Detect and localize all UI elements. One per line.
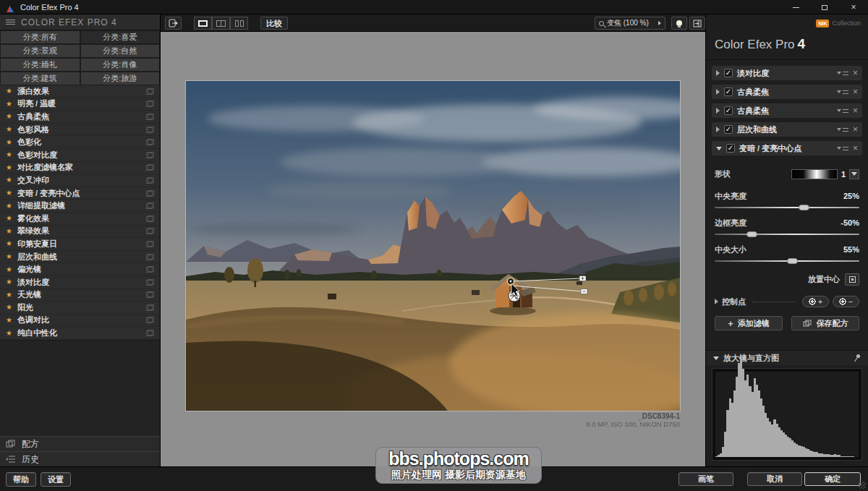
collapse-icon[interactable] xyxy=(716,147,722,150)
filter-list-item[interactable]: ★翠绿效果 xyxy=(0,226,160,239)
add-control-point-button[interactable]: + xyxy=(802,296,829,307)
favorite-star-icon[interactable]: ★ xyxy=(6,139,12,146)
filter-list-item[interactable]: ★偏光镜 xyxy=(0,263,160,276)
single-view-button[interactable] xyxy=(194,17,212,30)
filter-menu-icon[interactable] xyxy=(837,109,848,113)
applied-filter-row[interactable]: ✓变暗 / 变亮中心点× xyxy=(712,141,862,155)
remove-control-point-button[interactable]: − xyxy=(833,296,859,307)
zoom-control[interactable]: 变焦 (100 %) xyxy=(595,17,665,30)
favorite-star-icon[interactable]: ★ xyxy=(6,291,12,299)
filter-enabled-checkbox[interactable]: ✓ xyxy=(724,87,733,96)
favorite-star-icon[interactable]: ★ xyxy=(6,164,12,171)
library-header[interactable]: COLOR EFEX PRO 4 xyxy=(0,14,160,30)
favorite-star-icon[interactable]: ★ xyxy=(6,126,12,133)
control-points-expander[interactable] xyxy=(715,299,718,304)
filter-enabled-checkbox[interactable]: ✓ xyxy=(724,106,733,115)
applied-filter-row[interactable]: ✓淡对比度× xyxy=(712,66,862,80)
filter-list-item[interactable]: ★交叉冲印 xyxy=(0,174,160,187)
pin-icon[interactable] xyxy=(854,354,861,362)
chevron-down-icon[interactable] xyxy=(849,169,859,179)
save-recipe-button[interactable]: 保存配方 xyxy=(791,316,859,330)
category-tab[interactable]: 分类:喜爱 xyxy=(80,30,161,44)
category-tab[interactable]: 分类:旅游 xyxy=(80,72,161,85)
favorite-star-icon[interactable]: ★ xyxy=(6,151,12,158)
toggle-panels-button[interactable] xyxy=(689,17,705,30)
filter-list-item[interactable]: ★印第安夏日 xyxy=(0,238,160,251)
slider-thumb[interactable] xyxy=(799,205,809,210)
favorite-star-icon[interactable]: ★ xyxy=(6,215,12,222)
filter-list-item[interactable]: ★古典柔焦 xyxy=(0,111,160,124)
filter-list-item[interactable]: ★漂白效果 xyxy=(0,85,160,98)
history-row[interactable]: 历史 xyxy=(0,451,160,466)
add-filter-button[interactable]: + 添加滤镜 xyxy=(715,316,783,330)
filter-list-item[interactable]: ★变暗 / 变亮中心点 xyxy=(0,187,160,200)
minimize-button[interactable] xyxy=(781,0,810,14)
background-color-button[interactable] xyxy=(671,17,687,30)
filter-list-item[interactable]: ★雾化效果 xyxy=(0,213,160,226)
remove-filter-icon[interactable]: × xyxy=(853,69,858,77)
category-tab[interactable]: 分类:婚礼 xyxy=(0,58,80,72)
favorite-star-icon[interactable]: ★ xyxy=(6,317,12,324)
applied-filter-row[interactable]: ✓古典柔焦× xyxy=(712,85,862,99)
filter-menu-icon[interactable] xyxy=(837,147,848,150)
filter-list-item[interactable]: ★色彩化 xyxy=(0,136,160,149)
resize-grip[interactable] xyxy=(859,482,866,489)
category-tab[interactable]: 分类:自然 xyxy=(80,44,161,58)
favorite-star-icon[interactable]: ★ xyxy=(6,278,12,286)
expand-icon[interactable] xyxy=(716,70,720,76)
favorite-star-icon[interactable]: ★ xyxy=(6,176,12,184)
help-button[interactable]: 帮助 xyxy=(6,472,36,487)
shape-dropdown[interactable]: 1 xyxy=(791,169,859,179)
remove-filter-icon[interactable]: × xyxy=(853,125,858,134)
filter-list-item[interactable]: ★对比度滤镜名家 xyxy=(0,162,160,175)
side-by-side-view-button[interactable] xyxy=(230,17,248,30)
favorite-star-icon[interactable]: ★ xyxy=(6,101,12,108)
category-tab[interactable]: 分类:所有 xyxy=(0,30,80,44)
filter-menu-icon[interactable] xyxy=(837,72,848,75)
remove-filter-icon[interactable]: × xyxy=(853,87,858,96)
slider-thumb[interactable] xyxy=(746,231,757,237)
filter-list-item[interactable]: ★天光镜 xyxy=(0,289,160,302)
compare-button[interactable]: 比较 xyxy=(260,17,288,30)
filter-menu-icon[interactable] xyxy=(837,128,848,132)
favorite-star-icon[interactable]: ★ xyxy=(6,228,12,235)
remove-filter-icon[interactable]: × xyxy=(853,144,858,153)
filter-list-item[interactable]: ★阳光 xyxy=(0,302,160,315)
slider-thumb[interactable] xyxy=(787,258,798,264)
filter-list-item[interactable]: ★色彩风格 xyxy=(0,124,160,137)
filter-list-item[interactable]: ★纯白中性化 xyxy=(0,327,160,340)
slider-track[interactable] xyxy=(715,231,859,238)
photo-preview[interactable] xyxy=(186,81,680,411)
category-tab[interactable]: 分类:肖像 xyxy=(80,58,161,72)
favorite-star-icon[interactable]: ★ xyxy=(6,189,12,197)
expand-icon[interactable] xyxy=(716,89,720,95)
applied-filter-row[interactable]: ✓古典柔焦× xyxy=(712,103,862,118)
ok-button[interactable]: 确定 xyxy=(804,472,861,486)
filter-list-item[interactable]: ★色彩对比度 xyxy=(0,149,160,162)
favorite-star-icon[interactable]: ★ xyxy=(6,113,12,120)
filter-menu-icon[interactable] xyxy=(837,90,848,94)
filter-list-item[interactable]: ★详细提取滤镜 xyxy=(0,200,160,213)
favorite-star-icon[interactable]: ★ xyxy=(6,87,12,95)
split-view-button[interactable] xyxy=(212,17,230,30)
filter-enabled-checkbox[interactable]: ✓ xyxy=(726,144,735,153)
favorite-star-icon[interactable]: ★ xyxy=(6,304,12,311)
expand-icon[interactable] xyxy=(716,127,720,132)
filter-enabled-checkbox[interactable]: ✓ xyxy=(724,69,733,77)
loupe-histogram-header[interactable]: 放大镜与直方图 xyxy=(706,351,868,365)
expand-icon[interactable] xyxy=(716,108,720,114)
remove-filter-icon[interactable]: × xyxy=(853,106,858,115)
slider-track[interactable] xyxy=(715,204,859,211)
filter-enabled-checkbox[interactable]: ✓ xyxy=(724,125,733,134)
maximize-button[interactable] xyxy=(810,0,839,14)
favorite-star-icon[interactable]: ★ xyxy=(6,330,12,337)
close-button[interactable]: × xyxy=(839,0,868,14)
favorite-star-icon[interactable]: ★ xyxy=(6,253,12,260)
applied-filter-row[interactable]: ✓层次和曲线× xyxy=(712,122,862,137)
place-center-button[interactable] xyxy=(845,273,859,286)
slider-track[interactable] xyxy=(715,257,859,265)
filter-list-item[interactable]: ★明亮 / 温暖 xyxy=(0,98,160,111)
category-tab[interactable]: 分类:建筑 xyxy=(0,72,80,85)
filter-list-item[interactable]: ★淡对比度 xyxy=(0,276,160,289)
favorite-star-icon[interactable]: ★ xyxy=(6,240,12,247)
